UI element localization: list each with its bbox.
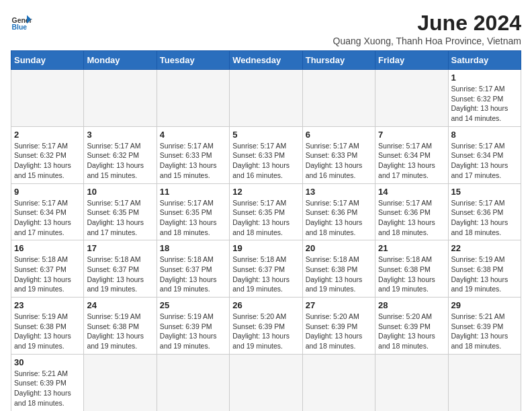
day-info: Sunrise: 5:17 AM Sunset: 6:35 PM Dayligh… bbox=[160, 198, 226, 238]
calendar-cell: 22Sunrise: 5:19 AM Sunset: 6:38 PM Dayli… bbox=[448, 240, 521, 298]
day-number: 29 bbox=[451, 300, 518, 310]
calendar-week-row: 2Sunrise: 5:17 AM Sunset: 6:32 PM Daylig… bbox=[11, 126, 521, 183]
day-number: 17 bbox=[87, 243, 153, 253]
calendar-cell bbox=[375, 70, 448, 127]
calendar-week-row: 9Sunrise: 5:17 AM Sunset: 6:34 PM Daylig… bbox=[11, 183, 521, 240]
day-info: Sunrise: 5:17 AM Sunset: 6:36 PM Dayligh… bbox=[306, 198, 372, 238]
calendar-week-row: 1Sunrise: 5:17 AM Sunset: 6:32 PM Daylig… bbox=[11, 70, 521, 127]
day-info: Sunrise: 5:18 AM Sunset: 6:38 PM Dayligh… bbox=[378, 255, 445, 294]
day-info: Sunrise: 5:18 AM Sunset: 6:37 PM Dayligh… bbox=[87, 255, 153, 294]
weekday-header-friday: Friday bbox=[375, 51, 448, 70]
calendar-cell bbox=[84, 70, 157, 127]
day-info: Sunrise: 5:17 AM Sunset: 6:35 PM Dayligh… bbox=[87, 198, 153, 238]
day-info: Sunrise: 5:19 AM Sunset: 6:38 PM Dayligh… bbox=[87, 312, 153, 351]
calendar-cell: 6Sunrise: 5:17 AM Sunset: 6:33 PM Daylig… bbox=[302, 126, 375, 183]
calendar-cell bbox=[230, 70, 302, 127]
calendar-cell: 23Sunrise: 5:19 AM Sunset: 6:38 PM Dayli… bbox=[11, 298, 84, 355]
calendar-cell: 18Sunrise: 5:18 AM Sunset: 6:37 PM Dayli… bbox=[157, 240, 229, 298]
calendar-week-row: 23Sunrise: 5:19 AM Sunset: 6:38 PM Dayli… bbox=[11, 298, 521, 355]
day-number: 18 bbox=[160, 243, 226, 253]
day-info: Sunrise: 5:17 AM Sunset: 6:36 PM Dayligh… bbox=[378, 198, 445, 238]
day-info: Sunrise: 5:18 AM Sunset: 6:37 PM Dayligh… bbox=[160, 255, 226, 294]
day-number: 10 bbox=[87, 187, 153, 197]
day-number: 2 bbox=[14, 130, 81, 140]
calendar-cell: 20Sunrise: 5:18 AM Sunset: 6:38 PM Dayli… bbox=[302, 240, 375, 298]
day-number: 9 bbox=[14, 187, 81, 197]
day-info: Sunrise: 5:21 AM Sunset: 6:39 PM Dayligh… bbox=[451, 312, 518, 351]
day-info: Sunrise: 5:18 AM Sunset: 6:37 PM Dayligh… bbox=[14, 255, 81, 294]
day-info: Sunrise: 5:17 AM Sunset: 6:33 PM Dayligh… bbox=[160, 141, 226, 181]
day-number: 15 bbox=[451, 187, 518, 197]
calendar-cell bbox=[448, 354, 521, 411]
subtitle: Quang Xuong, Thanh Hoa Province, Vietnam bbox=[333, 36, 521, 46]
calendar-cell bbox=[302, 354, 375, 411]
day-info: Sunrise: 5:17 AM Sunset: 6:33 PM Dayligh… bbox=[232, 141, 299, 181]
weekday-header-tuesday: Tuesday bbox=[157, 51, 229, 70]
day-number: 27 bbox=[306, 300, 372, 310]
calendar-cell: 17Sunrise: 5:18 AM Sunset: 6:37 PM Dayli… bbox=[84, 240, 157, 298]
calendar-cell: 7Sunrise: 5:17 AM Sunset: 6:34 PM Daylig… bbox=[375, 126, 448, 183]
calendar-cell bbox=[11, 70, 84, 127]
svg-text:Blue: Blue bbox=[12, 24, 28, 31]
calendar-cell: 25Sunrise: 5:19 AM Sunset: 6:39 PM Dayli… bbox=[157, 298, 229, 355]
day-info: Sunrise: 5:20 AM Sunset: 6:39 PM Dayligh… bbox=[378, 312, 445, 351]
day-number: 12 bbox=[232, 187, 299, 197]
calendar-cell: 29Sunrise: 5:21 AM Sunset: 6:39 PM Dayli… bbox=[448, 298, 521, 355]
calendar-cell: 3Sunrise: 5:17 AM Sunset: 6:32 PM Daylig… bbox=[84, 126, 157, 183]
day-number: 23 bbox=[14, 300, 81, 310]
calendar-cell: 5Sunrise: 5:17 AM Sunset: 6:33 PM Daylig… bbox=[230, 126, 302, 183]
calendar-cell: 19Sunrise: 5:18 AM Sunset: 6:37 PM Dayli… bbox=[230, 240, 302, 298]
day-number: 4 bbox=[160, 130, 226, 140]
day-number: 22 bbox=[451, 243, 518, 253]
calendar-cell: 11Sunrise: 5:17 AM Sunset: 6:35 PM Dayli… bbox=[157, 183, 229, 240]
calendar-cell: 2Sunrise: 5:17 AM Sunset: 6:32 PM Daylig… bbox=[11, 126, 84, 183]
day-info: Sunrise: 5:17 AM Sunset: 6:33 PM Dayligh… bbox=[306, 141, 372, 181]
calendar-cell: 4Sunrise: 5:17 AM Sunset: 6:33 PM Daylig… bbox=[157, 126, 229, 183]
day-info: Sunrise: 5:17 AM Sunset: 6:32 PM Dayligh… bbox=[451, 84, 518, 124]
calendar-cell: 16Sunrise: 5:18 AM Sunset: 6:37 PM Dayli… bbox=[11, 240, 84, 298]
calendar-cell bbox=[157, 354, 229, 411]
day-info: Sunrise: 5:18 AM Sunset: 6:38 PM Dayligh… bbox=[306, 255, 372, 294]
calendar-week-row: 16Sunrise: 5:18 AM Sunset: 6:37 PM Dayli… bbox=[11, 240, 521, 298]
weekday-header-monday: Monday bbox=[84, 51, 157, 70]
calendar-cell: 15Sunrise: 5:17 AM Sunset: 6:36 PM Dayli… bbox=[448, 183, 521, 240]
day-number: 26 bbox=[232, 300, 299, 310]
day-info: Sunrise: 5:20 AM Sunset: 6:39 PM Dayligh… bbox=[306, 312, 372, 351]
calendar-cell: 28Sunrise: 5:20 AM Sunset: 6:39 PM Dayli… bbox=[375, 298, 448, 355]
day-number: 21 bbox=[378, 243, 445, 253]
calendar-cell bbox=[157, 70, 229, 127]
weekday-header-wednesday: Wednesday bbox=[230, 51, 302, 70]
calendar-cell bbox=[375, 354, 448, 411]
logo-icon: General Blue bbox=[11, 11, 32, 32]
day-info: Sunrise: 5:17 AM Sunset: 6:36 PM Dayligh… bbox=[451, 198, 518, 238]
calendar-cell bbox=[84, 354, 157, 411]
weekday-header-thursday: Thursday bbox=[302, 51, 375, 70]
calendar-table: SundayMondayTuesdayWednesdayThursdayFrid… bbox=[11, 50, 521, 411]
day-number: 20 bbox=[306, 243, 372, 253]
calendar-cell: 24Sunrise: 5:19 AM Sunset: 6:38 PM Dayli… bbox=[84, 298, 157, 355]
weekday-header-row: SundayMondayTuesdayWednesdayThursdayFrid… bbox=[11, 51, 521, 70]
day-number: 6 bbox=[306, 130, 372, 140]
day-info: Sunrise: 5:17 AM Sunset: 6:32 PM Dayligh… bbox=[87, 141, 153, 181]
day-number: 13 bbox=[306, 187, 372, 197]
month-title: June 2024 bbox=[333, 11, 521, 36]
weekday-header-saturday: Saturday bbox=[448, 51, 521, 70]
day-info: Sunrise: 5:19 AM Sunset: 6:38 PM Dayligh… bbox=[14, 312, 81, 351]
day-info: Sunrise: 5:17 AM Sunset: 6:32 PM Dayligh… bbox=[14, 141, 81, 181]
calendar-cell: 12Sunrise: 5:17 AM Sunset: 6:35 PM Dayli… bbox=[230, 183, 302, 240]
day-number: 19 bbox=[232, 243, 299, 253]
calendar-cell bbox=[230, 354, 302, 411]
calendar-cell: 8Sunrise: 5:17 AM Sunset: 6:34 PM Daylig… bbox=[448, 126, 521, 183]
calendar-cell: 30Sunrise: 5:21 AM Sunset: 6:39 PM Dayli… bbox=[11, 354, 84, 411]
day-info: Sunrise: 5:17 AM Sunset: 6:34 PM Dayligh… bbox=[14, 198, 81, 238]
day-number: 8 bbox=[451, 130, 518, 140]
title-block: June 2024 Quang Xuong, Thanh Hoa Provinc… bbox=[333, 11, 521, 46]
day-number: 7 bbox=[378, 130, 445, 140]
weekday-header-sunday: Sunday bbox=[11, 51, 84, 70]
day-info: Sunrise: 5:18 AM Sunset: 6:37 PM Dayligh… bbox=[232, 255, 299, 294]
calendar-cell: 27Sunrise: 5:20 AM Sunset: 6:39 PM Dayli… bbox=[302, 298, 375, 355]
day-info: Sunrise: 5:20 AM Sunset: 6:39 PM Dayligh… bbox=[232, 312, 299, 351]
day-info: Sunrise: 5:19 AM Sunset: 6:38 PM Dayligh… bbox=[451, 255, 518, 294]
logo: General Blue bbox=[11, 11, 32, 32]
day-info: Sunrise: 5:17 AM Sunset: 6:34 PM Dayligh… bbox=[451, 141, 518, 181]
